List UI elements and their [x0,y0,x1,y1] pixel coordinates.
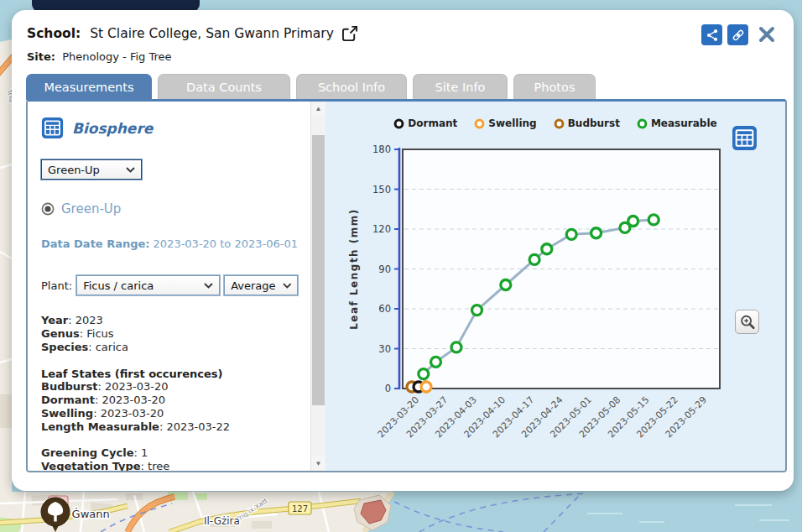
plant-row: Plant: Ficus / carica Average [41,275,310,295]
field-label: Budburst [41,380,97,393]
school-name: St Claire College, San Gwann Primary [90,26,334,41]
plant-select-value: Ficus / carica [83,279,154,292]
link-icon [732,29,745,42]
svg-text:127: 127 [292,504,308,514]
tab-school-info[interactable]: School Info [296,74,407,99]
svg-text:150: 150 [372,184,391,196]
tab-site-info[interactable]: Site Info [413,74,508,99]
data-table-button[interactable] [732,125,758,151]
biosphere-info-panel: Biosphere Green-Up Green-Up Data Date Ra… [28,102,310,471]
tab-bar: MeasurementsData CountsSchool InfoSite I… [26,74,596,100]
cycle-select-value: Green-Up [48,164,100,176]
field-value: carica [96,341,128,353]
legend-label: Measurable [651,117,717,129]
svg-text:60: 60 [378,303,391,315]
field-value: Ficus [86,327,113,340]
leaf-length-chart: 0306090120150180Leaf Length (mm)2023-03-… [336,135,730,461]
field-label: Dormant [41,394,95,406]
field-label: Vegetation Type [41,460,141,471]
date-range-label: Data Date Range: [41,237,150,250]
field-value: tree [148,460,169,471]
legend-marker-icon [474,118,485,129]
chart-zoom-button[interactable] [735,310,759,334]
share-from-square-icon[interactable] [341,25,359,42]
school-data-dialog: School: St Claire College, San Gwann Pri… [12,10,794,491]
svg-text:90: 90 [378,263,391,275]
svg-text:30: 30 [378,343,391,355]
legend-marker-icon [637,118,648,129]
legend-label: Swelling [488,117,536,129]
leaf-states-list: Budburst: 2023-03-20Dormant: 2023-03-20S… [41,380,310,434]
field-label: Greening Cycle [41,446,134,459]
chevron-down-icon [126,167,135,173]
field-value: 2023-03-22 [166,420,230,433]
legend-item-dormant: Dormant [393,117,457,129]
school-title-row: School: St Claire College, San Gwann Pri… [27,25,359,42]
protocol-title: Biosphere [72,120,153,137]
site-row: Site: Phenology - Fig Tree [27,50,172,63]
field-row: Genus: Ficus [41,327,310,341]
tab-photos[interactable]: Photos [513,74,596,99]
field-row: Year: 2023 [41,314,310,327]
data-date-range: Data Date Range:2023-03-20 to 2023-06-01 [41,235,298,253]
scrollbar-thumb[interactable] [312,135,325,405]
legend-item-measurable: Measurable [637,117,717,129]
field-value: 1 [141,446,148,459]
legend-marker-icon [554,118,565,129]
scroll-up-button[interactable]: ▲ [311,102,325,116]
table-icon [41,117,64,139]
field-value: 2023-03-20 [101,407,164,420]
site-value: Phenology - Fig Tree [62,50,171,63]
plant-select[interactable]: Ficus / carica [76,275,220,295]
svg-text:0: 0 [385,383,391,394]
cycle-select[interactable]: Green-Up [41,159,142,180]
field-row: Species: carica [41,341,310,354]
legend-item-budburst: Budburst [554,117,620,129]
chevron-down-icon [283,283,292,289]
field-label: Species [41,341,88,353]
statistic-select[interactable]: Average [224,275,298,295]
link-button[interactable] [727,24,748,45]
road-badge-127: 127 [289,502,311,514]
table-icon [732,125,758,151]
magnifier-plus-icon [739,314,756,331]
field-label: Year [41,314,68,326]
plant-info-fields: Year: 2023Genus: FicusSpecies: carica [41,314,310,354]
tab-data-counts[interactable]: Data Counts [158,74,290,99]
radio-selected-icon [41,202,55,216]
protocol-header: Biosphere [41,117,310,139]
field-value: 2023 [76,314,103,326]
chart-panel: DormantSwellingBudburstMeasurable 030609… [325,102,785,471]
chart-legend: DormantSwellingBudburstMeasurable [325,117,785,129]
info-panel-scrollbar[interactable]: ▲ ▼ [310,102,325,471]
field-row: Vegetation Type: tree [41,460,310,471]
field-value: 2023-03-20 [102,394,165,406]
field-row: Greening Cycle: 1 [41,446,310,460]
plant-label: Plant: [41,279,72,292]
svg-text:180: 180 [372,143,391,155]
close-button[interactable] [757,25,777,45]
field-label: Swelling [41,407,93,420]
share-button[interactable] [701,24,722,45]
chevron-down-icon [204,283,213,289]
legend-label: Dormant [408,117,457,129]
legend-label: Budburst [568,117,620,129]
field-label: Genus [41,327,80,340]
svg-text:Leaf Length (mm): Leaf Length (mm) [348,208,360,330]
cycle-fields: Greening Cycle: 1Vegetation Type: tree [41,446,310,471]
svg-text:120: 120 [372,223,391,235]
tab-measurements[interactable]: Measurements [26,74,152,100]
greenup-radio-row[interactable]: Green-Up [41,201,310,216]
map-label-il-gzira: Il-Gżira [204,515,240,527]
field-row: Dormant: 2023-03-20 [41,394,310,407]
field-row: Swelling: 2023-03-20 [41,407,310,420]
school-label: School: [27,26,81,41]
legend-item-swelling: Swelling [474,117,536,129]
field-value: 2023-03-20 [105,380,169,393]
greenup-radio-label: Green-Up [61,201,121,216]
leaf-states-title: Leaf States (first occurences) [41,368,310,380]
field-row: Length Measurable: 2023-03-22 [41,420,310,434]
site-label: Site: [27,50,55,63]
measurements-tab-content: Biosphere Green-Up Green-Up Data Date Ra… [26,99,787,472]
scroll-down-button[interactable]: ▼ [311,456,325,471]
